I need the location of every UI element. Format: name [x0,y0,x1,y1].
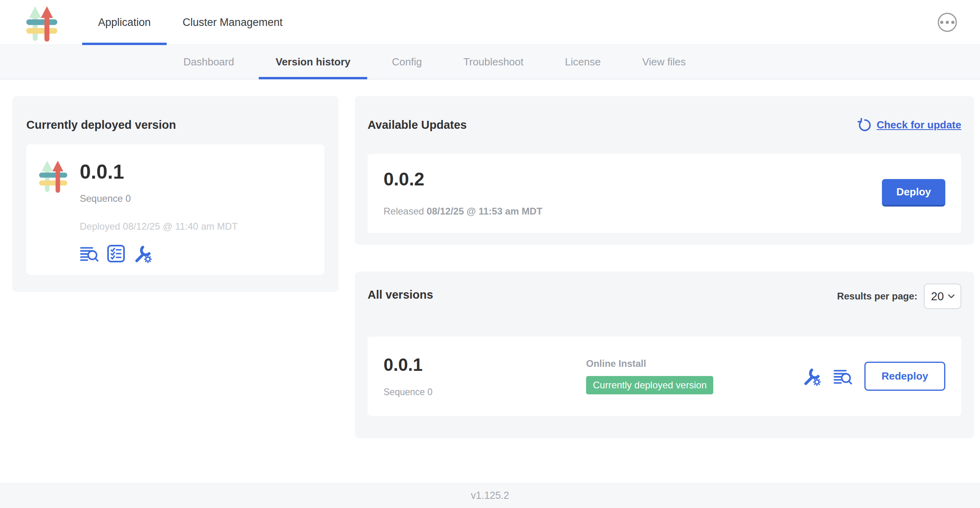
deployed-version-info: 0.0.1 Sequence 0 Deployed 08/12/25 @ 11:… [80,155,238,263]
chevron-down-icon [948,294,955,299]
row-sequence: Sequence 0 [384,387,586,398]
update-version-number: 0.0.2 [384,168,542,190]
check-for-update-label: Check for update [877,119,961,131]
version-row-info: 0.0.1 Sequence 0 [384,355,586,398]
view-logs-icon[interactable] [833,368,852,385]
deploy-button[interactable]: Deploy [882,179,945,207]
version-row-status: Online Install Currently deployed versio… [586,358,713,394]
update-item: 0.0.2 Released 08/12/25 @ 11:53 am MDT D… [368,154,961,233]
ellipsis-dot [951,21,954,24]
redeploy-button[interactable]: Redeploy [864,362,945,391]
view-logs-icon[interactable] [80,245,99,262]
app-sub-nav: Dashboard Version history Config Trouble… [0,45,980,79]
tab-application[interactable]: Application [82,0,167,45]
install-type-label: Online Install [586,358,713,369]
subnav-item-license[interactable]: License [548,45,618,79]
refresh-icon [858,118,872,132]
available-updates-header: Available Updates Check for update [368,109,961,141]
available-updates-title: Available Updates [368,118,467,132]
subnav-item-dashboard[interactable]: Dashboard [167,45,251,79]
released-timestamp: 08/12/25 @ 11:53 am MDT [427,206,542,217]
results-per-page-label: Results per page: [837,291,917,302]
topnav-tabs: Application Cluster Management [82,0,299,45]
results-per-page-group: Results per page: 20 [837,284,961,309]
subnav-item-version-history[interactable]: Version history [259,45,367,79]
deployed-version-panel: 0.0.1 Sequence 0 Deployed 08/12/25 @ 11:… [26,144,325,275]
currently-deployed-badge: Currently deployed version [586,376,713,394]
available-updates-card: Available Updates Check for update 0.0.2… [355,96,974,245]
ellipsis-dot [946,21,949,24]
update-info: 0.0.2 Released 08/12/25 @ 11:53 am MDT [384,168,542,217]
row-version-number: 0.0.1 [384,355,586,375]
edit-config-icon[interactable] [802,367,821,386]
deployed-sequence: Sequence 0 [80,193,238,204]
subnav-item-config[interactable]: Config [375,45,439,79]
right-column: Available Updates Check for update 0.0.2… [355,96,974,438]
ellipsis-menu-button[interactable] [938,13,957,32]
console-version: v1.125.2 [471,490,509,501]
version-row-actions: Redeploy [802,362,945,391]
results-per-page-value: 20 [931,290,944,303]
currently-deployed-title: Currently deployed version [26,118,325,132]
subnav-item-view-files[interactable]: View files [626,45,703,79]
all-versions-title: All versions [368,288,433,301]
ellipsis-dot [940,21,943,24]
released-prefix: Released [384,206,424,217]
results-per-page-select[interactable]: 20 [924,284,961,309]
subnav-item-troubleshoot[interactable]: Troubleshoot [447,45,540,79]
edit-config-icon[interactable] [133,244,152,263]
all-versions-header: All versions Results per page: 20 [368,284,961,311]
version-history-page: Currently deployed version 0.0.1 Sequenc… [0,79,980,438]
deployed-timestamp: Deployed 08/12/25 @ 11:40 am MDT [80,221,238,232]
preflight-checks-icon[interactable] [107,244,125,263]
app-logo-icon [24,4,65,41]
version-row: 0.0.1 Sequence 0 Online Install Currentl… [368,337,961,416]
check-for-update-link[interactable]: Check for update [858,118,961,132]
top-nav: Application Cluster Management [0,0,980,45]
deployed-actions [80,244,238,263]
app-logo-icon [38,157,73,194]
deployed-version-number: 0.0.1 [80,160,238,183]
currently-deployed-card: Currently deployed version 0.0.1 Sequenc… [12,96,338,292]
console-footer: v1.125.2 [0,482,980,508]
tab-cluster-management[interactable]: Cluster Management [167,0,299,45]
all-versions-card: All versions Results per page: 20 [355,272,974,438]
update-released-line: Released 08/12/25 @ 11:53 am MDT [384,206,542,217]
